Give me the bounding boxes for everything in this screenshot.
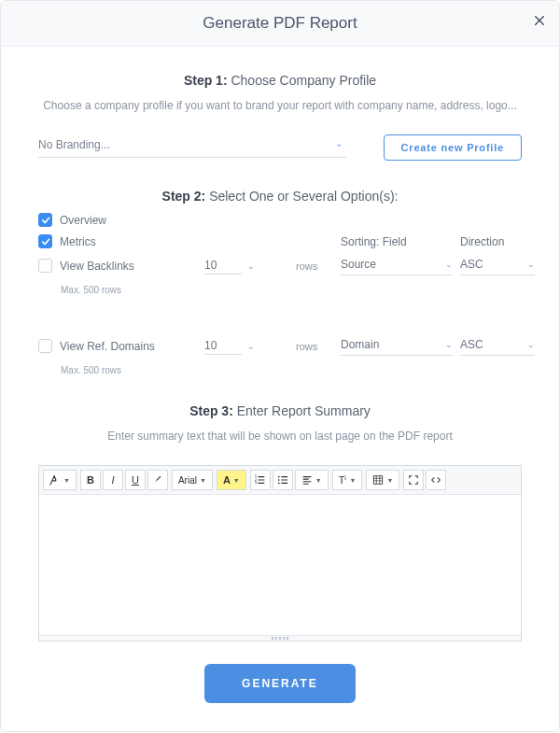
refdomains-option: View Ref. Domains [38, 339, 197, 353]
step3-section: Step 3: Enter Report Summary Enter summa… [38, 403, 522, 641]
svg-point-3 [278, 476, 280, 478]
refdomains-sort-field-select[interactable]: Domain ⌄ [341, 336, 453, 356]
chevron-down-icon: ▼ [233, 477, 240, 484]
align-button[interactable]: ▼ [295, 470, 329, 490]
chevron-down-icon: ⌄ [527, 340, 535, 349]
refdomains-label: View Ref. Domains [60, 340, 155, 353]
generate-pdf-modal: Generate PDF Report Step 1: Choose Compa… [0, 0, 560, 732]
generate-button[interactable]: GENERATE [204, 664, 356, 703]
code-view-button[interactable] [426, 470, 446, 490]
highlight-color-button[interactable]: A ▼ [217, 470, 246, 490]
bold-button[interactable]: B [80, 470, 101, 490]
branding-select-value: No Branding... [38, 138, 110, 151]
italic-button[interactable]: I [103, 470, 123, 490]
backlinks-sort-field-select[interactable]: Source ⌄ [341, 256, 453, 275]
underline-button[interactable]: U [125, 470, 146, 490]
step3-title: Enter Report Summary [237, 403, 371, 418]
chevron-down-icon: ▼ [63, 477, 70, 484]
metrics-option: Metrics [38, 234, 197, 248]
overview-option: Overview [38, 213, 197, 227]
overview-label: Overview [60, 214, 106, 227]
overview-checkbox[interactable] [38, 213, 52, 227]
metrics-label: Metrics [60, 235, 96, 248]
direction-header: Direction [460, 235, 535, 248]
editor-textarea[interactable] [39, 495, 521, 635]
text-format-icon: Tⁱ [339, 474, 347, 486]
step2-heading: Step 2: Select One or Several Option(s): [38, 189, 522, 204]
styles-button[interactable]: ▼ [43, 470, 77, 490]
unordered-list-button[interactable] [273, 470, 293, 490]
chevron-down-icon: ⌄ [527, 260, 535, 269]
text-format-button[interactable]: Tⁱ ▼ [332, 470, 363, 490]
metrics-checkbox[interactable] [38, 234, 52, 248]
step2-title: Select One or Several Option(s): [209, 189, 398, 204]
step3-desc: Enter summary text that will be shown on… [38, 428, 522, 444]
chevron-down-icon: ▼ [315, 477, 322, 484]
step1-heading: Step 1: Choose Company Profile [38, 73, 522, 88]
highlight-letter: A [223, 474, 231, 486]
generate-row: GENERATE [38, 664, 522, 703]
chevron-down-icon[interactable]: ⌄ [247, 342, 255, 351]
chevron-down-icon: ⌄ [445, 340, 453, 349]
svg-text:3: 3 [255, 481, 257, 485]
backlinks-label: View Backlinks [60, 260, 134, 273]
step3-label: Step 3: [189, 403, 233, 418]
step1-desc: Choose a company profile if you want to … [38, 97, 522, 114]
rows-label: rows [296, 261, 333, 272]
modal-title: Generate PDF Report [203, 14, 357, 32]
refdomains-rows-wrap: ⌄ [204, 337, 288, 355]
chevron-down-icon: ▼ [386, 477, 393, 484]
font-select[interactable]: Arial ▼ [172, 470, 213, 490]
backlinks-checkbox[interactable] [38, 259, 52, 273]
modal-body: Step 1: Choose Company Profile Choose a … [1, 47, 559, 731]
backlinks-rows-input[interactable] [204, 257, 242, 275]
brush-button[interactable] [147, 470, 168, 490]
backlinks-option: View Backlinks [38, 259, 197, 273]
svg-point-4 [278, 479, 280, 481]
refdomains-sort-field-value: Domain [341, 338, 379, 351]
backlinks-sort-dir-select[interactable]: ASC ⌄ [460, 256, 535, 275]
step1-label: Step 1: [184, 73, 228, 88]
chevron-down-icon: ▼ [200, 477, 206, 484]
editor-toolbar: ▼ B I U Arial ▼ [39, 466, 521, 495]
editor-resize-handle[interactable] [39, 635, 521, 641]
create-profile-button[interactable]: Create new Profile [384, 134, 522, 161]
refdomains-sort-dir-select[interactable]: ASC ⌄ [460, 336, 535, 356]
fullscreen-button[interactable] [403, 470, 424, 490]
step2-label: Step 2: [162, 189, 206, 204]
profile-row: No Branding... ⌄ Create new Profile [38, 134, 522, 161]
refdomains-rows-input[interactable] [204, 337, 242, 355]
refdomains-sort-dir-value: ASC [460, 338, 483, 351]
step3-heading: Step 3: Enter Report Summary [38, 403, 522, 418]
step1-title: Choose Company Profile [231, 73, 376, 88]
branding-select[interactable]: No Branding... ⌄ [38, 134, 346, 158]
rows-label: rows [296, 341, 333, 352]
options-grid: Overview Metrics Sorting: Field Directio… [38, 213, 522, 375]
refdomains-max-note: Max. 500 rows [61, 365, 288, 375]
chevron-down-icon: ⌄ [335, 138, 343, 148]
chevron-down-icon: ⌄ [445, 260, 453, 269]
ordered-list-button[interactable]: 123 [250, 470, 271, 490]
refdomains-checkbox[interactable] [38, 339, 52, 353]
backlinks-sort-dir-value: ASC [460, 258, 483, 271]
backlinks-max-note: Max. 500 rows [61, 285, 288, 295]
backlinks-sort-field-value: Source [341, 258, 376, 271]
modal-header: Generate PDF Report [1, 1, 559, 47]
chevron-down-icon[interactable]: ⌄ [247, 261, 255, 271]
font-select-value: Arial [178, 475, 197, 486]
sorting-field-header: Sorting: Field [341, 235, 453, 248]
backlinks-rows-wrap: ⌄ [204, 257, 288, 275]
rich-text-editor: ▼ B I U Arial ▼ [38, 465, 522, 641]
chevron-down-icon: ▼ [349, 477, 356, 484]
svg-rect-6 [374, 476, 383, 485]
svg-point-5 [278, 483, 280, 485]
close-icon[interactable] [533, 12, 546, 32]
table-button[interactable]: ▼ [366, 470, 399, 490]
